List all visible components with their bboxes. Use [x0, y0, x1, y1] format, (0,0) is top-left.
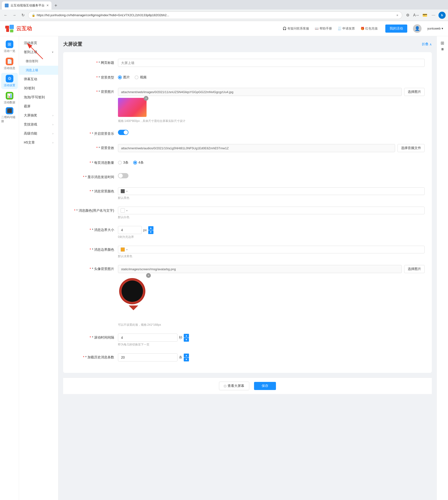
bg-image-label: 图片 [123, 75, 130, 79]
translate-button[interactable]: A↔ [413, 12, 420, 19]
sidebar-item-activity-info[interactable]: 📄 活动信息 [1, 56, 18, 72]
forward-button[interactable]: → [11, 12, 18, 19]
help-manual-link[interactable]: 📖 帮助手册 [315, 26, 332, 31]
reload-button[interactable]: ↻ [19, 12, 26, 19]
headphone-icon: 🎧 [283, 27, 287, 30]
bg-music-path-input[interactable] [118, 144, 395, 152]
nav-item-competitive-game[interactable]: 竞技游戏 › [19, 120, 58, 129]
bg-type-video-option[interactable]: 视频 [135, 75, 146, 79]
more-button[interactable]: ⋯ [430, 12, 437, 19]
history-msg-increment-button[interactable]: ▲ [184, 354, 189, 357]
bg-image-path-input[interactable] [118, 88, 402, 96]
bg-type-image-option[interactable]: 图片 [118, 75, 130, 79]
recharge-link[interactable]: 🎁 红包充值 [361, 26, 378, 31]
nav-advanced-expand-icon: › [52, 132, 53, 135]
msg-color-hint: 默认白色 [118, 215, 425, 219]
history-msg-group: 条 ▲ ▼ [118, 353, 425, 362]
web-title-input[interactable] [118, 59, 425, 67]
msg-border-size-unit: px [143, 228, 147, 232]
nav-expand-icon: ▾ [52, 50, 53, 54]
msg-border-decrement-button[interactable]: ▼ [148, 230, 153, 234]
nav-item-big-screen-lottery[interactable]: 大屏抽奖 › [19, 111, 58, 120]
bg-image-content: 选择图片 × 规格:1400*800px，具体尺寸需结合屏幕实际尺寸设计 [118, 88, 425, 123]
nav-item-home[interactable]: 活动首页 [19, 39, 58, 48]
address-bar[interactable]: 🔒 https://hd.yunhudong.cn/hdmanage/confi… [28, 11, 402, 19]
qrcode-icon: ⬛ [6, 107, 13, 114]
scroll-interval-increment-button[interactable]: ▲ [184, 334, 189, 338]
sidebar-item-activity-list[interactable]: ⊞ 活动一览 [1, 39, 18, 55]
new-tab-button[interactable]: + [52, 2, 59, 9]
nav-bubble-signin-label: 泡泡/手写签到 [24, 95, 45, 100]
active-tab[interactable]: 云互动现场互动服务平台 × [2, 1, 51, 10]
invoice-link[interactable]: 🧾 申请发票 [338, 26, 355, 31]
msg-4-option[interactable]: 4条 [133, 160, 144, 165]
sidebar-item-activity-settings[interactable]: ⚙ 活动设置 [1, 73, 18, 89]
tab-close-button[interactable]: × [47, 3, 48, 8]
page-header: 大屏设置 折叠 ∧ [63, 41, 432, 47]
bing-button[interactable]: b [438, 12, 446, 19]
customer-service-link[interactable]: 🎧 有疑问联系客服 [283, 26, 309, 31]
logo-text: 云互动 [16, 25, 32, 32]
bg-image-preview-wrapper: × [118, 98, 146, 117]
browser-toolbar: ← → ↻ 🔒 https://hd.yunhudong.cn/hdmanage… [0, 10, 448, 21]
avatar-bg-upload-button[interactable]: 选择图片 [404, 265, 425, 273]
my-activity-button[interactable]: 我的活动 [385, 25, 407, 33]
show-send-time-toggle[interactable] [118, 173, 128, 178]
book-icon: 📖 [315, 27, 319, 30]
top-nav: 云互动 🎧 有疑问联系客服 📖 帮助手册 🧾 申请发票 🎁 红包充值 我的活动 [0, 21, 448, 36]
bg-music-upload-button[interactable]: 选择音频文件 [398, 144, 425, 152]
bg-music-upload-row: 选择音频文件 [118, 144, 425, 152]
msg-color-picker[interactable]: ▾ [118, 207, 425, 214]
customer-service-label: 有疑问联系客服 [288, 26, 309, 31]
gear-icon: ⚙ [6, 75, 13, 82]
extensions-button[interactable]: ⚙ [404, 12, 411, 19]
back-button[interactable]: ← [2, 12, 9, 19]
nav-sidebar: 活动首页 签到上墙 ▾ 微信签到 [19, 36, 58, 500]
bg-image-row: * 背景图片 选择图片 × 规格:1400*800px，具体尺寸需结合屏幕实际尺… [70, 87, 425, 124]
username-area[interactable]: yuntuweb ▾ [427, 27, 443, 30]
scroll-interval-group: 秒 ▲ ▼ [118, 333, 425, 342]
nav-item-signin-wall[interactable]: 签到上墙 ▾ [19, 48, 58, 57]
avatar-bg-hint: 可以不设置此项，规格:241*168px [118, 323, 425, 327]
history-msg-input[interactable] [118, 353, 177, 362]
preview-button[interactable]: □ 查看大屏幕 [219, 382, 249, 390]
nav-item-msg-wall[interactable]: 消息上墙 [19, 66, 58, 75]
avatar-bg-path-input[interactable] [118, 265, 402, 273]
avatar-remove-button[interactable]: × [146, 273, 151, 278]
msg-border-color-picker[interactable]: ▾ [118, 246, 425, 253]
nav-item-screen-dominate[interactable]: 霸屏 [19, 102, 58, 111]
right-panel-grid-item[interactable]: ⊞ 不顶部 [440, 39, 445, 48]
nav-advanced-func-label: 高级功能 [24, 131, 37, 136]
nav-h5-article-label: H5文章 [24, 140, 35, 145]
msg-bg-color-picker[interactable]: ▾ [118, 187, 425, 195]
msg-per-page-radio-group: 3条 4条 [118, 159, 425, 167]
nav-item-wechat-signin[interactable]: 微信签到 [19, 57, 58, 66]
bg-image-radio[interactable] [118, 76, 122, 79]
history-msg-decrement-button[interactable]: ▼ [184, 358, 189, 362]
bg-music-effect-label: * 背景音效 [70, 144, 118, 152]
document-icon: 📄 [6, 58, 13, 65]
nav-item-bubble-signin[interactable]: 泡泡/手写签到 [19, 93, 58, 102]
bg-image-remove-button[interactable]: × [144, 96, 148, 101]
save-button[interactable]: 保存 [254, 382, 276, 390]
sidebar-item-qrcode[interactable]: ⬛ 二维码与链接 [1, 107, 18, 123]
msg-border-increment-button[interactable]: ▲ [148, 226, 153, 230]
wallet-button[interactable]: 💳 [421, 12, 429, 19]
msg-3-option[interactable]: 3条 [118, 160, 128, 165]
user-avatar: 👤 [413, 24, 422, 33]
nav-item-advanced-func[interactable]: 高级功能 › [19, 129, 58, 138]
scroll-interval-decrement-button[interactable]: ▼ [184, 338, 189, 342]
msg-3-radio[interactable] [118, 161, 122, 165]
sidebar-item-activity-data[interactable]: 📊 活动数据 [1, 90, 18, 106]
bg-image-upload-button[interactable]: 选择图片 [404, 88, 425, 96]
scroll-interval-input[interactable] [118, 333, 177, 342]
msg-4-radio[interactable] [133, 161, 137, 165]
nav-item-3d-signin[interactable]: 3D签到 [19, 84, 58, 93]
nav-item-h5-article[interactable]: H5文章 › [19, 138, 58, 147]
bg-video-radio[interactable] [135, 76, 138, 79]
nav-item-popup-interact[interactable]: 弹幕互动 [19, 75, 58, 84]
invoice-icon: 🧾 [338, 27, 341, 30]
bg-music-toggle[interactable] [118, 130, 128, 135]
collapse-button[interactable]: 折叠 ∧ [422, 42, 432, 46]
msg-border-size-input[interactable] [118, 226, 142, 234]
